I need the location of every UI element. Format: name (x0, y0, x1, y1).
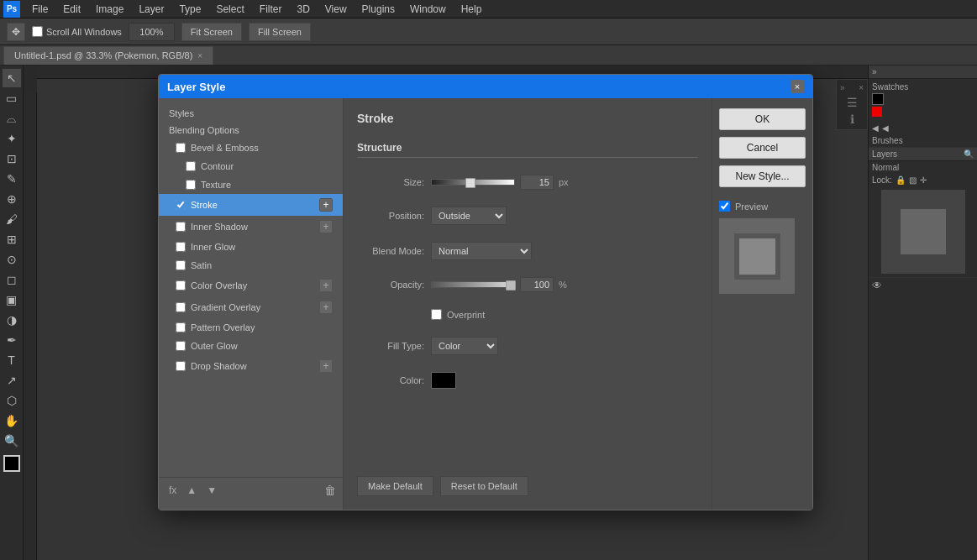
fit-screen-button[interactable]: Fit Screen (181, 23, 242, 41)
style-checkbox-inner-glow[interactable] (176, 242, 186, 252)
style-checkbox-drop-shadow[interactable] (176, 361, 186, 371)
style-item-texture[interactable]: Texture (159, 175, 343, 194)
tool-heal[interactable]: ⊕ (3, 190, 21, 208)
menu-layer[interactable]: Layer (132, 2, 171, 17)
lock-position-icon[interactable]: ✛ (920, 175, 927, 185)
style-item-inner-glow[interactable]: Inner Glow (159, 238, 343, 256)
tool-brush[interactable]: 🖌 (3, 210, 21, 228)
tool-path-select[interactable]: ↗ (3, 371, 21, 390)
tool-eyedropper[interactable]: ✎ (3, 170, 21, 188)
tool-shape[interactable]: ⬡ (3, 391, 21, 410)
tab-close-button[interactable]: × (197, 51, 202, 60)
opacity-input[interactable] (520, 277, 554, 292)
menu-edit[interactable]: Edit (56, 2, 87, 17)
size-slider-thumb[interactable] (465, 178, 475, 188)
position-dropdown[interactable]: Outside Inside Center (431, 207, 507, 225)
gradient-overlay-add-button[interactable]: + (319, 301, 333, 314)
new-style-button[interactable]: New Style... (719, 165, 806, 187)
expand-left-arrow[interactable]: ◀ (872, 123, 879, 133)
menu-view[interactable]: View (318, 2, 354, 17)
lock-icon[interactable]: 🔒 (896, 175, 906, 185)
style-checkbox-contour[interactable] (186, 161, 196, 171)
tool-magic-wand[interactable]: ✦ (3, 129, 21, 148)
scroll-all-checkbox[interactable] (32, 26, 43, 37)
tool-zoom[interactable]: 🔍 (3, 432, 21, 450)
expand-right-arrow[interactable]: ◀ (882, 123, 889, 133)
tool-dodge[interactable]: ◑ (3, 311, 21, 329)
style-item-contour[interactable]: Contour (159, 157, 343, 175)
style-checkbox-gradient-overlay[interactable] (176, 302, 186, 312)
document-tab[interactable]: Untitled-1.psd @ 33.3% (Pokemon, RGB/8) … (3, 46, 213, 65)
style-checkbox-satin[interactable] (176, 260, 186, 270)
foreground-color[interactable] (3, 455, 20, 472)
tool-select-rect[interactable]: ▭ (3, 89, 21, 107)
style-item-outer-glow[interactable]: Outer Glow (159, 337, 343, 355)
tool-lasso[interactable]: ⌓ (3, 109, 21, 128)
tool-pen[interactable]: ✒ (3, 331, 21, 349)
preview-checkbox[interactable] (719, 201, 730, 212)
blend-mode-dropdown[interactable]: Normal Dissolve Multiply Screen Overlay (431, 242, 532, 260)
menu-select[interactable]: Select (209, 2, 250, 17)
expand-icon[interactable]: » (872, 67, 877, 76)
cancel-button[interactable]: Cancel (719, 137, 806, 159)
style-item-inner-shadow[interactable]: Inner Shadow + (159, 216, 343, 238)
tool-gradient[interactable]: ▣ (3, 290, 21, 309)
overprint-checkbox[interactable] (431, 309, 442, 320)
dialog-close-button[interactable]: × (791, 80, 804, 93)
menu-3d[interactable]: 3D (290, 2, 316, 17)
fill-screen-button[interactable]: Fill Screen (249, 23, 311, 41)
style-item-satin[interactable]: Satin (159, 256, 343, 275)
color-overlay-add-button[interactable]: + (319, 279, 333, 292)
menu-help[interactable]: Help (454, 2, 489, 17)
menu-filter[interactable]: Filter (253, 2, 289, 17)
style-item-gradient-overlay[interactable]: Gradient Overlay + (159, 296, 343, 318)
color-swatch[interactable] (431, 372, 456, 389)
move-down-button[interactable]: ▼ (203, 483, 220, 498)
make-default-button[interactable]: Make Default (357, 476, 433, 496)
stroke-add-button[interactable]: + (319, 198, 333, 212)
opacity-slider-thumb[interactable] (506, 280, 516, 290)
tool-text[interactable]: T (3, 351, 21, 369)
foreground-color-swatch[interactable] (872, 93, 884, 105)
blending-options-item[interactable]: Blending Options (159, 122, 343, 139)
reset-default-button[interactable]: Reset to Default (440, 476, 528, 496)
style-item-pattern-overlay[interactable]: Pattern Overlay (159, 318, 343, 337)
opacity-slider[interactable] (431, 281, 515, 288)
tool-crop[interactable]: ⊡ (3, 149, 21, 168)
zoom-input[interactable] (129, 23, 175, 41)
style-checkbox-texture[interactable] (186, 180, 196, 190)
style-item-color-overlay[interactable]: Color Overlay + (159, 275, 343, 296)
style-checkbox-bevel[interactable] (176, 143, 186, 153)
style-item-stroke[interactable]: Stroke + (159, 194, 343, 216)
menu-window[interactable]: Window (403, 2, 453, 17)
style-checkbox-color-overlay[interactable] (176, 280, 186, 290)
tool-hand[interactable]: ✋ (3, 411, 21, 430)
lock-pixel-icon[interactable]: ▨ (909, 175, 917, 185)
dialog-titlebar[interactable]: Layer Style × (159, 75, 812, 98)
styles-header[interactable]: Styles (159, 105, 343, 122)
style-checkbox-stroke[interactable] (176, 200, 186, 210)
menu-image[interactable]: Image (89, 2, 130, 17)
menu-file[interactable]: File (25, 2, 55, 17)
tool-clone[interactable]: ⊞ (3, 230, 21, 249)
fill-type-dropdown[interactable]: Color Gradient Pattern (431, 337, 498, 355)
move-up-button[interactable]: ▲ (183, 483, 200, 498)
delete-style-button[interactable]: 🗑 (324, 484, 336, 497)
red-swatch[interactable] (872, 107, 882, 117)
style-item-drop-shadow[interactable]: Drop Shadow + (159, 355, 343, 377)
tool-eraser[interactable]: ◻ (3, 270, 21, 289)
size-slider[interactable] (431, 179, 515, 186)
menu-type[interactable]: Type (172, 2, 207, 17)
layers-search-icon[interactable]: 🔍 (964, 149, 974, 159)
tool-history[interactable]: ⊙ (3, 250, 21, 269)
ok-button[interactable]: OK (719, 108, 806, 130)
inner-shadow-add-button[interactable]: + (319, 220, 333, 233)
style-item-bevel[interactable]: Bevel & Emboss (159, 139, 343, 157)
size-input[interactable] (520, 175, 554, 190)
fx-button[interactable]: fx (165, 483, 180, 498)
layer-visibility-eye[interactable]: 👁 (872, 280, 882, 291)
tool-move[interactable]: ↖ (3, 69, 21, 87)
drop-shadow-add-button[interactable]: + (319, 359, 333, 373)
style-checkbox-outer-glow[interactable] (176, 341, 186, 351)
style-checkbox-pattern-overlay[interactable] (176, 322, 186, 332)
